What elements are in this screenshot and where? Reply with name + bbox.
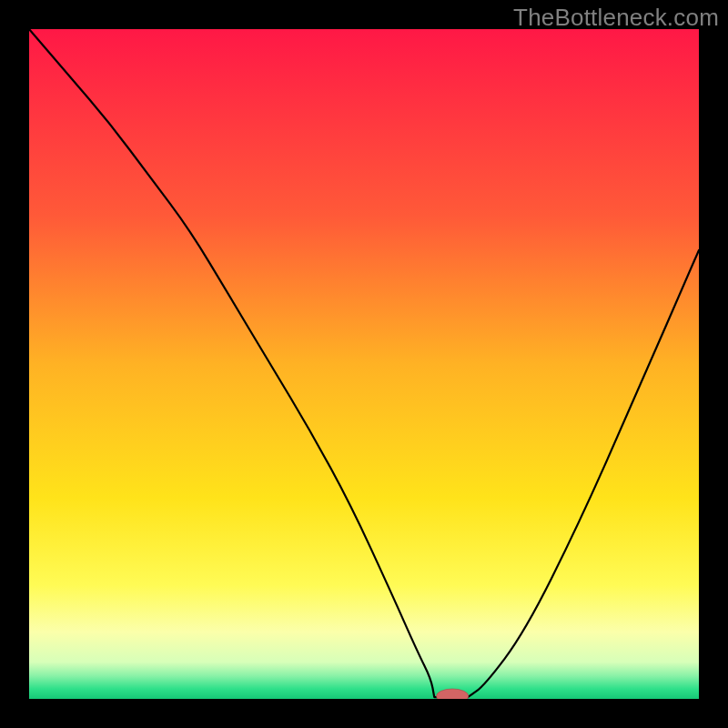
plot-area <box>29 29 699 699</box>
chart-frame: TheBottleneck.com <box>0 0 728 728</box>
watermark-text: TheBottleneck.com <box>513 4 719 32</box>
plot-svg <box>29 29 699 699</box>
gradient-background <box>29 29 699 699</box>
